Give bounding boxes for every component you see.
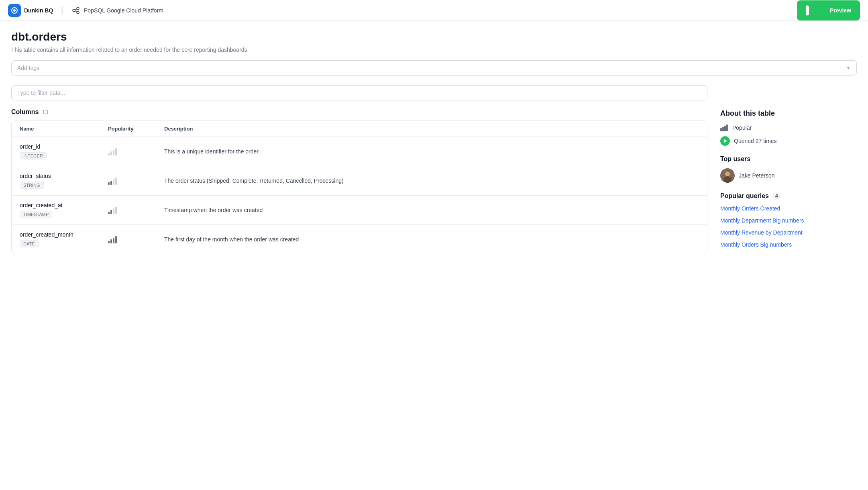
connection-icon	[71, 6, 81, 15]
play-triangle	[724, 139, 727, 143]
bar	[115, 178, 117, 185]
chevron-down-icon: ▼	[846, 65, 851, 71]
column-type: DATE	[20, 240, 39, 247]
connection-selector[interactable]: PopSQL Google Cloud Platform	[71, 6, 163, 15]
column-name: order_id	[20, 143, 108, 150]
popularity-bars	[108, 235, 164, 243]
main-content: dbt.orders This table contains all infor…	[0, 21, 868, 254]
avatar	[720, 168, 735, 183]
table-row: order_created_month DATE The first day o…	[12, 225, 707, 254]
top-users-title: Top users	[720, 155, 857, 163]
column-description: The first day of the month when the orde…	[164, 235, 699, 244]
header-divider: |	[61, 6, 63, 14]
table-header-row: Name Popularity Description	[12, 121, 707, 137]
queried-item: Queried 27 times	[720, 136, 857, 146]
bar	[113, 179, 114, 185]
column-name-block: order_id INTEGER	[20, 143, 108, 159]
tags-input[interactable]: Add tags ▼	[11, 60, 857, 76]
column-description: This is a unique identifier for the orde…	[164, 147, 699, 156]
svg-rect-9	[724, 126, 726, 131]
bar	[110, 210, 112, 214]
right-column: About this table Popular Queried 27 time	[720, 85, 857, 254]
queried-label: Queried 27 times	[734, 138, 777, 144]
connection-label: PopSQL Google Cloud Platform	[84, 7, 163, 14]
logo-icon	[8, 4, 21, 17]
header-description: Description	[164, 126, 699, 132]
bar	[108, 153, 110, 155]
play-circle-icon	[720, 136, 730, 146]
column-name: order_status	[20, 173, 108, 179]
popular-label: Popular	[732, 125, 752, 131]
table-row: order_created_at TIMESTAMP Timestamp whe…	[12, 196, 707, 225]
top-user-item: Jake Peterson	[720, 168, 857, 183]
svg-line-5	[75, 9, 77, 10]
bar	[115, 148, 117, 155]
bar	[113, 150, 114, 155]
column-name-block: order_created_at TIMESTAMP	[20, 202, 108, 218]
bar	[115, 207, 117, 214]
bar	[115, 236, 117, 243]
column-type: INTEGER	[20, 152, 47, 159]
column-type: STRING	[20, 182, 44, 189]
svg-rect-10	[726, 125, 728, 131]
preview-button[interactable]: Preview	[797, 0, 860, 20]
svg-point-2	[73, 9, 75, 12]
page-title: dbt.orders	[11, 31, 857, 43]
queries-count-badge: 4	[772, 192, 781, 200]
columns-label: Columns	[11, 108, 39, 116]
content-grid: Columns 13 Name Popularity Description o…	[11, 85, 857, 254]
column-name: order_created_at	[20, 202, 108, 208]
column-name-block: order_created_month DATE	[20, 231, 108, 247]
play-icon	[806, 4, 827, 16]
query-link[interactable]: Monthly Department Big numbers	[720, 217, 857, 224]
column-name-block: order_status STRING	[20, 173, 108, 189]
table-row: order_id INTEGER This is a unique identi…	[12, 137, 707, 166]
query-link[interactable]: Monthly Orders Created	[720, 205, 857, 212]
popular-queries-header: Popular queries 4	[720, 192, 857, 200]
query-link[interactable]: Monthly Revenue by Department	[720, 229, 857, 236]
svg-rect-7	[720, 128, 722, 131]
column-type: TIMESTAMP	[20, 211, 52, 218]
bar	[113, 238, 114, 243]
column-description: The order status (Shipped, Complete, Ret…	[164, 177, 699, 185]
svg-point-3	[77, 7, 79, 10]
popular-queries-title: Popular queries	[720, 192, 769, 200]
columns-header: Columns 13	[11, 108, 707, 116]
bar	[110, 181, 112, 185]
svg-line-6	[75, 11, 77, 12]
data-table: Name Popularity Description order_id INT…	[11, 120, 707, 254]
bar	[108, 241, 110, 243]
logo-label: Dunkin BQ	[24, 7, 53, 14]
svg-point-12	[725, 172, 730, 176]
app-logo[interactable]: Dunkin BQ	[8, 4, 53, 17]
svg-point-13	[723, 176, 731, 183]
app-header: Dunkin BQ | PopSQL Google Cloud Platform…	[0, 0, 868, 21]
header-popularity: Popularity	[108, 126, 164, 132]
popularity-bars	[108, 177, 164, 185]
bar	[113, 208, 114, 214]
preview-label: Preview	[830, 7, 851, 14]
tags-placeholder: Add tags	[17, 65, 39, 71]
bar	[110, 239, 112, 243]
bar	[108, 182, 110, 185]
page-description: This table contains all information rela…	[11, 47, 857, 53]
popular-icon	[720, 124, 728, 131]
table-row: order_status STRING The order status (Sh…	[12, 166, 707, 196]
columns-count: 13	[42, 109, 48, 115]
header-name: Name	[20, 126, 108, 132]
bar	[110, 151, 112, 155]
bar	[108, 212, 110, 214]
column-name: order_created_month	[20, 231, 108, 238]
popularity-bars	[108, 206, 164, 214]
svg-rect-8	[722, 127, 724, 131]
svg-point-1	[13, 9, 16, 12]
svg-point-4	[77, 11, 79, 14]
user-name: Jake Peterson	[739, 172, 775, 179]
popularity-bars	[108, 147, 164, 155]
query-link[interactable]: Monthly Orders Big numbers	[720, 241, 857, 248]
column-description: Timestamp when the order was created	[164, 206, 699, 214]
filter-input[interactable]	[11, 85, 707, 100]
popular-item: Popular	[720, 124, 857, 131]
left-column: Columns 13 Name Popularity Description o…	[11, 85, 707, 254]
about-title: About this table	[720, 109, 857, 118]
